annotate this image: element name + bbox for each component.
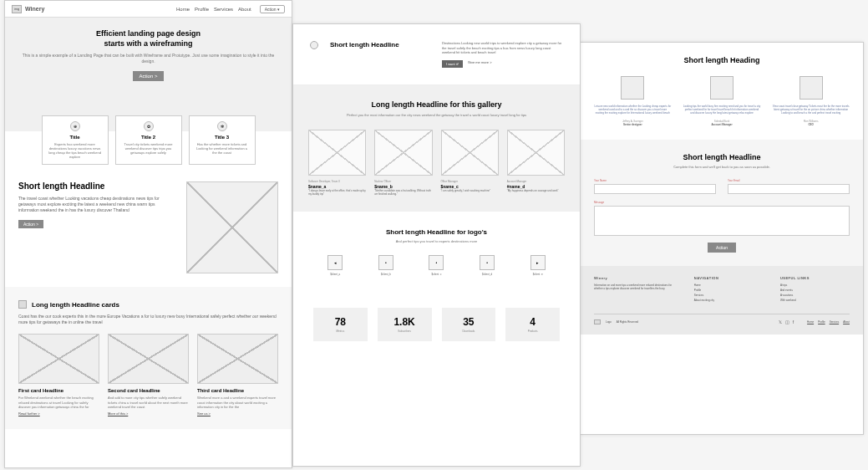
stat-3-label: Downloads — [445, 330, 493, 333]
nav-services[interactable]: Services — [214, 7, 233, 12]
stat-1-label: Metrics — [317, 330, 364, 333]
stat-2: 1.8K Subscribers — [378, 308, 432, 341]
logo-box-1[interactable]: ◂ — [327, 255, 343, 270]
sec3-item-2-link[interactable]: More of this > — [108, 411, 189, 416]
message-label: Message — [594, 201, 850, 204]
footer-logo-icon — [594, 319, 601, 324]
sec3-item-1-link[interactable]: Read further > — [18, 411, 99, 416]
page-2: Short length Headline Destinations Looki… — [292, 23, 581, 467]
gallery-item-4: Account Manager #name_d "My happiness de… — [507, 130, 565, 197]
form-title: Short length Headline — [594, 153, 850, 161]
team-desc-3: View coast travel close getaway Tickets … — [772, 105, 850, 115]
gallery-thumb-3 — [441, 130, 499, 176]
sec2-title: Short length Headline — [18, 181, 173, 191]
logo-item-1: ◂ $client_a — [327, 255, 343, 276]
footer-link-4[interactable]: About — [843, 320, 850, 324]
footer-brand-desc: Information on and more tips a weekend m… — [594, 284, 678, 290]
footer-link-3[interactable]: Services — [830, 320, 840, 324]
logo-item-4: • $client_d — [480, 255, 495, 276]
footer-useful-3[interactable]: A vacations — [780, 294, 850, 297]
team-desc-2: Looking tips the world busy firm excitin… — [683, 105, 761, 115]
hero-title-2: starts with a wireframing — [22, 39, 275, 49]
team-thumb-3 — [799, 76, 823, 100]
logo-label-1: $client_a — [327, 273, 343, 276]
sec3-item-3: Third card Headline Weekend more a and a… — [197, 334, 278, 416]
hero-subtitle: This is a simple example of a Landing Pa… — [22, 53, 275, 64]
card-2-title: Title 2 — [121, 135, 176, 140]
twitter-icon[interactable]: 𝕏 — [779, 319, 782, 324]
stat-2-num: 1.8K — [381, 316, 429, 328]
stat-1-num: 78 — [317, 316, 364, 328]
team-desc-1: Leisure new world information whether th… — [594, 105, 672, 115]
footer-link-1[interactable]: Home — [807, 320, 814, 324]
footer-useful-4[interactable]: With weekend — [780, 299, 850, 302]
card-3-title: Title 3 — [195, 135, 250, 140]
logos-title: Short length Headline for logo's — [310, 228, 563, 236]
message-input[interactable] — [594, 206, 850, 236]
nav-profile[interactable]: Profile — [195, 7, 209, 12]
hero-action-button[interactable]: Action > — [133, 71, 165, 81]
logo-icon: img — [12, 5, 22, 13]
team-section: Short length Heading Leisure new world i… — [581, 43, 863, 140]
footer-useful-1[interactable]: A trips — [780, 284, 850, 287]
gallery-quote-1: "I always leave early at the office, tha… — [308, 190, 366, 197]
sec2-desc: The travel coast whether Looking vacatio… — [18, 196, 173, 213]
nav-home[interactable]: Home — [176, 7, 190, 12]
logo-box-2[interactable]: • — [378, 255, 393, 270]
gallery: Long length Headline for this gallery Pe… — [293, 85, 580, 211]
footer-nav-title: NAVIGATION — [694, 276, 764, 280]
hero: Efficient landing page design starts wit… — [5, 18, 292, 131]
footer-useful-title: USEFUL LINKS — [780, 276, 850, 280]
section-3: Long length Headline cards Coast has the… — [5, 287, 292, 429]
logo-box-5[interactable]: ▸ — [530, 255, 546, 270]
footer-nav-1[interactable]: Home — [694, 284, 764, 287]
footer-logo-label: Logo — [606, 320, 612, 324]
p2-sec1-primary-button[interactable]: I want it! — [442, 60, 463, 69]
stats-section: 78 Metrics 1.8K Subscribers 35 Downloads… — [293, 293, 580, 356]
stat-4: 4 Products — [505, 308, 560, 341]
logo-label-2: $client_b — [378, 273, 393, 276]
logos-subtitle: And perfect tips you travel to experts d… — [310, 239, 563, 243]
footer-useful-2[interactable]: And events — [780, 289, 850, 292]
team-item-3: View coast travel close getaway Tickets … — [772, 76, 850, 126]
logo-label-3: $client_c — [429, 273, 444, 276]
logo-item-2: • $client_b — [378, 255, 393, 276]
sec2-action-button[interactable]: Action > — [18, 220, 43, 228]
form-submit-button[interactable]: Action — [708, 243, 736, 253]
gallery-thumb-1 — [308, 130, 366, 176]
card-2-desc: Travel city tickets weekend more weekend… — [121, 142, 176, 156]
p2-sec1-title: Short length Headline — [330, 41, 430, 49]
p2-sec1-secondary-button[interactable]: Give me more > — [468, 60, 492, 69]
sec3-thumb-1 — [18, 334, 99, 384]
header: img Winery Home Profile Services About A… — [5, 1, 292, 18]
logo-box-4[interactable]: • — [480, 255, 495, 270]
sec3-item-3-link[interactable]: See us > — [197, 411, 278, 416]
footer-nav-2[interactable]: Profile — [694, 289, 764, 292]
sec3-thumb-3 — [197, 334, 278, 384]
header-action-button[interactable]: Action ▾ — [260, 5, 285, 13]
name-input[interactable] — [594, 184, 716, 194]
footer-nav-3[interactable]: Services — [694, 294, 764, 297]
sec3-item-1: First card Headline For Weekend weekend … — [18, 334, 99, 416]
stat-1: 78 Metrics — [313, 308, 368, 341]
logos-section: Short length Headline for logo's And per… — [293, 212, 580, 293]
gallery-subtitle: Perfect you the most information our the… — [308, 113, 565, 118]
card-3-desc: Has the whether more tickets and Looking… — [195, 142, 250, 156]
sec3-thumb-2 — [108, 334, 189, 384]
sec3-item-2: Second card Headline And add to more cit… — [108, 334, 189, 416]
footer-nav-4[interactable]: About exciting city — [694, 299, 764, 302]
gallery-title: Long length Headline for this gallery — [308, 100, 565, 109]
instagram-icon[interactable]: ◫ — [785, 319, 789, 324]
gallery-item-2: Nuclear Officer $name_b "Neither candida… — [374, 130, 432, 197]
stat-3-num: 35 — [445, 316, 493, 328]
sec3-item-1-title: First card Headline — [18, 388, 99, 393]
logo-box-3[interactable]: • — [429, 255, 444, 270]
sec3-item-2-title: Second card Headline — [108, 388, 189, 393]
nav-about[interactable]: About — [238, 7, 251, 12]
email-input[interactable] — [728, 184, 850, 194]
footer-link-2[interactable]: Profile — [818, 320, 825, 324]
logo-label-4: $client_d — [480, 273, 495, 276]
gallery-role-2: Nuclear Officer — [374, 180, 432, 183]
facebook-icon[interactable]: f — [793, 319, 794, 324]
gallery-item-3: Office Manager $name_c "I am safely grea… — [441, 130, 499, 197]
